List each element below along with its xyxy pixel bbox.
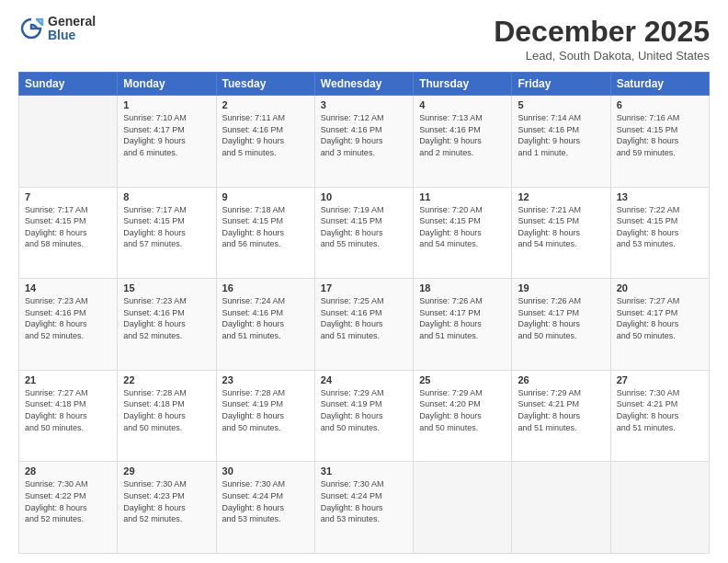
day-number: 25 xyxy=(419,374,506,385)
day-info: Sunrise: 7:18 AM Sunset: 4:15 PM Dayligh… xyxy=(222,204,309,250)
day-info: Sunrise: 7:17 AM Sunset: 4:15 PM Dayligh… xyxy=(123,204,210,250)
day-number: 2 xyxy=(222,99,309,110)
day-number: 28 xyxy=(25,465,111,477)
calendar-cell: 26Sunrise: 7:29 AM Sunset: 4:21 PM Dayli… xyxy=(512,370,610,462)
day-number: 14 xyxy=(25,282,111,293)
day-info: Sunrise: 7:21 AM Sunset: 4:15 PM Dayligh… xyxy=(518,204,604,250)
calendar-cell: 24Sunrise: 7:29 AM Sunset: 4:19 PM Dayli… xyxy=(314,370,413,462)
day-number: 30 xyxy=(222,465,309,477)
day-number: 10 xyxy=(321,191,407,202)
calendar-cell: 23Sunrise: 7:28 AM Sunset: 4:19 PM Dayli… xyxy=(216,370,314,462)
header-sunday: Sunday xyxy=(19,73,118,96)
calendar-cell: 3Sunrise: 7:12 AM Sunset: 4:16 PM Daylig… xyxy=(314,96,413,188)
header: General Blue December 2025 Lead, South D… xyxy=(18,15,710,63)
day-info: Sunrise: 7:29 AM Sunset: 4:20 PM Dayligh… xyxy=(419,387,506,433)
calendar-cell xyxy=(414,462,512,554)
calendar-cell: 8Sunrise: 7:17 AM Sunset: 4:15 PM Daylig… xyxy=(118,187,216,279)
calendar-cell: 30Sunrise: 7:30 AM Sunset: 4:24 PM Dayli… xyxy=(216,462,314,554)
day-number: 20 xyxy=(617,282,703,293)
calendar-cell: 29Sunrise: 7:30 AM Sunset: 4:23 PM Dayli… xyxy=(118,462,216,554)
day-info: Sunrise: 7:26 AM Sunset: 4:17 PM Dayligh… xyxy=(419,295,506,341)
day-number: 4 xyxy=(419,99,506,110)
day-info: Sunrise: 7:17 AM Sunset: 4:15 PM Dayligh… xyxy=(25,204,111,250)
day-info: Sunrise: 7:23 AM Sunset: 4:16 PM Dayligh… xyxy=(123,295,210,341)
location: Lead, South Dakota, United States xyxy=(494,49,710,63)
day-info: Sunrise: 7:30 AM Sunset: 4:21 PM Dayligh… xyxy=(617,387,703,433)
calendar-table: Sunday Monday Tuesday Wednesday Thursday… xyxy=(18,72,710,554)
day-info: Sunrise: 7:19 AM Sunset: 4:15 PM Dayligh… xyxy=(321,204,407,250)
calendar-cell: 13Sunrise: 7:22 AM Sunset: 4:15 PM Dayli… xyxy=(610,187,709,279)
day-number: 31 xyxy=(321,465,407,477)
header-tuesday: Tuesday xyxy=(216,73,314,96)
day-info: Sunrise: 7:26 AM Sunset: 4:17 PM Dayligh… xyxy=(518,295,604,341)
day-number: 21 xyxy=(25,374,111,385)
day-number: 1 xyxy=(123,99,210,110)
day-info: Sunrise: 7:20 AM Sunset: 4:15 PM Dayligh… xyxy=(419,204,506,250)
calendar-cell: 4Sunrise: 7:13 AM Sunset: 4:16 PM Daylig… xyxy=(414,96,512,188)
calendar-cell: 7Sunrise: 7:17 AM Sunset: 4:15 PM Daylig… xyxy=(19,187,118,279)
day-info: Sunrise: 7:28 AM Sunset: 4:18 PM Dayligh… xyxy=(123,387,210,433)
calendar-cell: 27Sunrise: 7:30 AM Sunset: 4:21 PM Dayli… xyxy=(610,370,709,462)
day-number: 16 xyxy=(222,282,309,293)
day-info: Sunrise: 7:10 AM Sunset: 4:17 PM Dayligh… xyxy=(123,112,210,158)
logo-blue-text: Blue xyxy=(48,29,96,42)
day-info: Sunrise: 7:30 AM Sunset: 4:23 PM Dayligh… xyxy=(123,478,210,524)
day-number: 29 xyxy=(123,465,210,477)
calendar-cell: 15Sunrise: 7:23 AM Sunset: 4:16 PM Dayli… xyxy=(118,279,216,371)
title-block: December 2025 Lead, South Dakota, United… xyxy=(494,15,710,63)
calendar-cell xyxy=(19,96,118,188)
calendar-cell: 16Sunrise: 7:24 AM Sunset: 4:16 PM Dayli… xyxy=(216,279,314,371)
calendar-cell: 22Sunrise: 7:28 AM Sunset: 4:18 PM Dayli… xyxy=(118,370,216,462)
day-info: Sunrise: 7:25 AM Sunset: 4:16 PM Dayligh… xyxy=(321,295,407,341)
calendar-cell: 5Sunrise: 7:14 AM Sunset: 4:16 PM Daylig… xyxy=(512,96,610,188)
calendar-header-row: Sunday Monday Tuesday Wednesday Thursday… xyxy=(19,73,710,96)
logo: General Blue xyxy=(18,15,96,43)
header-saturday: Saturday xyxy=(610,73,709,96)
day-number: 18 xyxy=(419,282,506,293)
calendar-cell: 21Sunrise: 7:27 AM Sunset: 4:18 PM Dayli… xyxy=(19,370,118,462)
header-wednesday: Wednesday xyxy=(314,73,413,96)
day-number: 6 xyxy=(617,99,703,110)
day-number: 13 xyxy=(617,191,703,202)
day-number: 11 xyxy=(419,191,506,202)
logo-text: General Blue xyxy=(48,15,96,43)
day-number: 27 xyxy=(617,374,703,385)
calendar-cell: 17Sunrise: 7:25 AM Sunset: 4:16 PM Dayli… xyxy=(314,279,413,371)
day-number: 8 xyxy=(123,191,210,202)
calendar-week-4: 21Sunrise: 7:27 AM Sunset: 4:18 PM Dayli… xyxy=(19,370,710,462)
day-info: Sunrise: 7:13 AM Sunset: 4:16 PM Dayligh… xyxy=(419,112,506,158)
logo-general-text: General xyxy=(48,15,96,29)
day-info: Sunrise: 7:27 AM Sunset: 4:18 PM Dayligh… xyxy=(25,387,111,433)
calendar-cell: 19Sunrise: 7:26 AM Sunset: 4:17 PM Dayli… xyxy=(512,279,610,371)
day-info: Sunrise: 7:11 AM Sunset: 4:16 PM Dayligh… xyxy=(222,112,309,158)
day-info: Sunrise: 7:22 AM Sunset: 4:15 PM Dayligh… xyxy=(617,204,703,250)
month-title: December 2025 xyxy=(494,15,710,49)
header-thursday: Thursday xyxy=(414,73,512,96)
calendar-cell: 2Sunrise: 7:11 AM Sunset: 4:16 PM Daylig… xyxy=(216,96,314,188)
logo-icon xyxy=(18,16,44,41)
calendar-page: General Blue December 2025 Lead, South D… xyxy=(0,0,728,563)
day-number: 12 xyxy=(518,191,604,202)
calendar-cell: 18Sunrise: 7:26 AM Sunset: 4:17 PM Dayli… xyxy=(414,279,512,371)
day-info: Sunrise: 7:23 AM Sunset: 4:16 PM Dayligh… xyxy=(25,295,111,341)
day-number: 5 xyxy=(518,99,604,110)
day-number: 7 xyxy=(25,191,111,202)
day-info: Sunrise: 7:24 AM Sunset: 4:16 PM Dayligh… xyxy=(222,295,309,341)
calendar-cell: 28Sunrise: 7:30 AM Sunset: 4:22 PM Dayli… xyxy=(19,462,118,554)
calendar-cell: 10Sunrise: 7:19 AM Sunset: 4:15 PM Dayli… xyxy=(314,187,413,279)
day-number: 17 xyxy=(321,282,407,293)
calendar-week-1: 1Sunrise: 7:10 AM Sunset: 4:17 PM Daylig… xyxy=(19,96,710,188)
day-info: Sunrise: 7:16 AM Sunset: 4:15 PM Dayligh… xyxy=(617,112,703,158)
calendar-cell xyxy=(512,462,610,554)
header-monday: Monday xyxy=(118,73,216,96)
day-info: Sunrise: 7:30 AM Sunset: 4:22 PM Dayligh… xyxy=(25,478,111,524)
calendar-cell: 11Sunrise: 7:20 AM Sunset: 4:15 PM Dayli… xyxy=(414,187,512,279)
day-info: Sunrise: 7:27 AM Sunset: 4:17 PM Dayligh… xyxy=(617,295,703,341)
calendar-cell: 9Sunrise: 7:18 AM Sunset: 4:15 PM Daylig… xyxy=(216,187,314,279)
day-info: Sunrise: 7:30 AM Sunset: 4:24 PM Dayligh… xyxy=(321,478,407,524)
day-number: 23 xyxy=(222,374,309,385)
day-number: 22 xyxy=(123,374,210,385)
calendar-cell: 25Sunrise: 7:29 AM Sunset: 4:20 PM Dayli… xyxy=(414,370,512,462)
calendar-week-5: 28Sunrise: 7:30 AM Sunset: 4:22 PM Dayli… xyxy=(19,462,710,554)
calendar-cell: 20Sunrise: 7:27 AM Sunset: 4:17 PM Dayli… xyxy=(610,279,709,371)
